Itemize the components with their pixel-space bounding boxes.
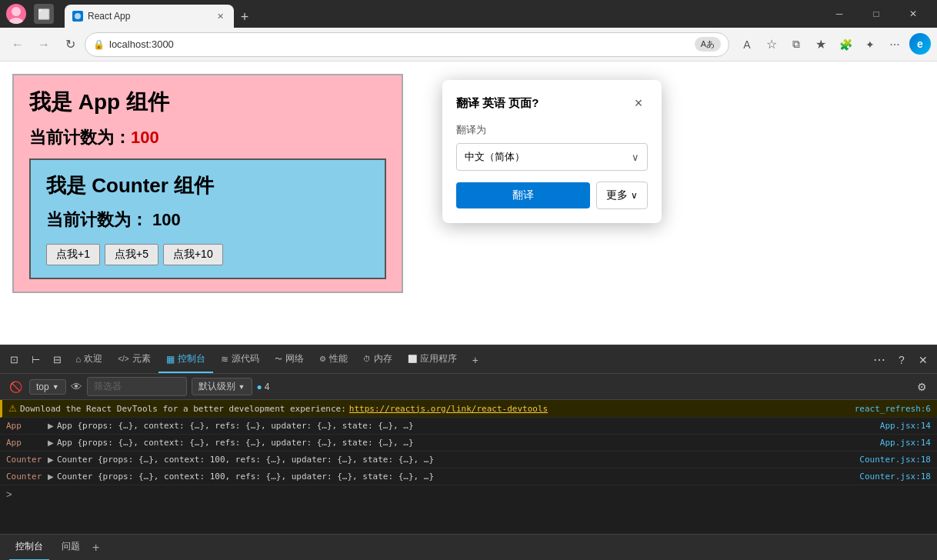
devtools-tab-network[interactable]: 〜 网络 (267, 346, 312, 373)
translate-button[interactable]: 翻译 (456, 182, 590, 208)
counter-jsx-ref-1[interactable]: Counter.jsx:18 (859, 455, 931, 465)
devtools-tab-welcome[interactable]: ⌂ 欢迎 (68, 346, 110, 373)
console-label: 控制台 (178, 352, 205, 365)
url-text: localhost:3000 (109, 38, 690, 50)
console-clear-button[interactable]: 🚫 (6, 378, 25, 396)
memory-label: 内存 (374, 352, 392, 365)
log-text-app-1: App {props: {…}, context: {…}, refs: {…}… (57, 421, 877, 431)
refresh-button[interactable]: ↻ (58, 33, 82, 56)
devtools-dock-left-button[interactable]: ⊢ (25, 346, 46, 373)
log-level-selector[interactable]: 默认级别 ▼ (192, 378, 252, 395)
network-icon: 〜 (275, 354, 282, 365)
split-screen-button[interactable]: ⧉ (785, 33, 808, 56)
eye-icon[interactable]: 👁 (71, 380, 82, 393)
favorites-button[interactable]: ★ (809, 33, 832, 56)
popup-close-button[interactable]: × (629, 94, 648, 112)
log-arrow-4[interactable]: ▶ (48, 472, 54, 481)
application-icon: ⬜ (408, 355, 417, 363)
devtools-tab-console[interactable]: ▦ 控制台 (158, 346, 213, 373)
app-content: 我是 App 组件 当前计数为：100 我是 Counter 组件 当前计数为：… (0, 62, 415, 345)
devtools-close-button[interactable]: ✕ (912, 346, 934, 373)
console-prompt-row[interactable]: > (0, 485, 937, 502)
devtools-undock-button[interactable]: ⊡ (3, 346, 25, 373)
app-box: 我是 App 组件 当前计数为：100 我是 Counter 组件 当前计数为：… (12, 74, 403, 293)
svg-point-0 (12, 7, 21, 16)
devtools-link[interactable]: https://reactjs.org/link/react-devtools (349, 404, 548, 414)
devtools-tab-application[interactable]: ⬜ 应用程序 (400, 346, 465, 373)
log-row-counter-2: Counter ▶ Counter {props: {…}, context: … (0, 468, 937, 485)
context-label: top (36, 382, 49, 392)
message-dot-icon: ● (257, 382, 262, 392)
increment-10-button[interactable]: 点我+10 (163, 244, 223, 265)
console-icon: ▦ (166, 354, 175, 365)
application-label: 应用程序 (420, 352, 457, 365)
extensions-button[interactable]: 🧩 (834, 33, 857, 56)
forward-button[interactable]: → (32, 33, 55, 56)
more-button[interactable]: ··· (883, 33, 906, 56)
new-tab-button[interactable]: + (234, 6, 255, 28)
increment-5-button[interactable]: 点我+5 (105, 244, 158, 265)
log-row-app-1: App ▶ App {props: {…}, context: {…}, ref… (0, 418, 937, 435)
address-bar[interactable]: 🔒 localhost:3000 Aあ (85, 32, 729, 57)
elements-label: 元素 (132, 352, 151, 365)
devtools-tab-memory[interactable]: ⏱ 内存 (355, 346, 400, 373)
react-refresh-ref[interactable]: react_refresh:6 (855, 404, 931, 414)
app-count-value: 100 (131, 128, 159, 147)
devtools-more-button[interactable]: ⋯ (869, 346, 891, 373)
devtools-console-button[interactable]: ⊟ (46, 346, 68, 373)
close-button[interactable]: ✕ (895, 2, 931, 26)
devtools-tab-elements[interactable]: </> 元素 (110, 346, 158, 373)
app-jsx-ref-2[interactable]: App.jsx:14 (880, 438, 931, 448)
settings-icon-button[interactable]: ⚙ (912, 378, 931, 396)
log-arrow-2[interactable]: ▶ (48, 438, 54, 447)
log-arrow-3[interactable]: ▶ (48, 455, 54, 464)
browser-tab[interactable]: React App ✕ (65, 5, 234, 28)
counter-jsx-ref-2[interactable]: Counter.jsx:18 (859, 472, 931, 482)
log-arrow-1[interactable]: ▶ (48, 422, 54, 430)
language-select[interactable]: 中文（简体） ∨ (456, 143, 648, 171)
bottom-tab-console[interactable]: 控制台 (9, 535, 49, 561)
log-label-counter-2: Counter (6, 472, 45, 482)
maximize-button[interactable]: □ (859, 2, 894, 26)
back-button[interactable]: ← (6, 33, 29, 56)
translate-popup: 翻译 英语 页面? × 翻译为 中文（简体） ∨ 翻译 更多 ∨ (442, 80, 662, 223)
bottom-tab-issues[interactable]: 问题 (55, 535, 86, 561)
bottom-bar: 控制台 问题 + (0, 534, 937, 560)
network-label: 网络 (285, 352, 304, 365)
tab-close-button[interactable]: ✕ (214, 10, 226, 22)
more-chevron-icon: ∨ (631, 190, 638, 201)
app-count-row: 当前计数为：100 (29, 126, 386, 149)
app-jsx-ref-1[interactable]: App.jsx:14 (880, 421, 931, 431)
devtools-add-tab-button[interactable]: + (465, 346, 486, 373)
svg-point-2 (75, 13, 81, 19)
increment-1-button[interactable]: 点我+1 (46, 244, 100, 265)
level-chevron-icon: ▼ (238, 383, 245, 391)
chevron-down-icon: ∨ (632, 152, 639, 163)
tab-favicon (72, 11, 83, 22)
read-aloud-button[interactable]: A (735, 33, 759, 56)
counter-count-label: 当前计数为： (46, 210, 148, 229)
elements-icon: </> (118, 355, 128, 363)
copilot-button[interactable]: ✦ (859, 33, 882, 56)
console-context-selector[interactable]: top ▼ (29, 379, 66, 395)
log-row-app-2: App ▶ App {props: {…}, context: {…}, ref… (0, 435, 937, 452)
devtools-tab-performance[interactable]: ⚙ 性能 (312, 346, 355, 373)
log-label-counter-1: Counter (6, 455, 45, 465)
console-filter-input[interactable]: 筛选器 (87, 377, 187, 396)
counter-count-value: 100 (152, 210, 181, 229)
language-value: 中文（简体） (465, 150, 525, 164)
devtools-tab-sources[interactable]: ≋ 源代码 (213, 346, 267, 373)
log-label-app-2: App (6, 438, 45, 448)
translate-icon[interactable]: Aあ (695, 37, 721, 52)
log-text-app-2: App {props: {…}, context: {…}, refs: {…}… (57, 438, 877, 448)
workspace-icon[interactable]: ⬜ (34, 4, 54, 24)
log-row-warning: ⚠ Download the React DevTools for a bett… (0, 400, 937, 418)
minimize-button[interactable]: ─ (822, 2, 857, 26)
more-options-button[interactable]: 更多 ∨ (596, 182, 648, 209)
counter-box: 我是 Counter 组件 当前计数为：100 点我+1 点我+5 点我+10 (29, 158, 386, 279)
console-log-area: ⚠ Download the React DevTools for a bett… (0, 400, 937, 534)
bottom-add-tab-button[interactable]: + (92, 541, 99, 555)
counter-buttons: 点我+1 点我+5 点我+10 (46, 244, 369, 265)
devtools-help-button[interactable]: ? (891, 346, 912, 373)
favorites-star-button[interactable]: ☆ (760, 33, 783, 56)
